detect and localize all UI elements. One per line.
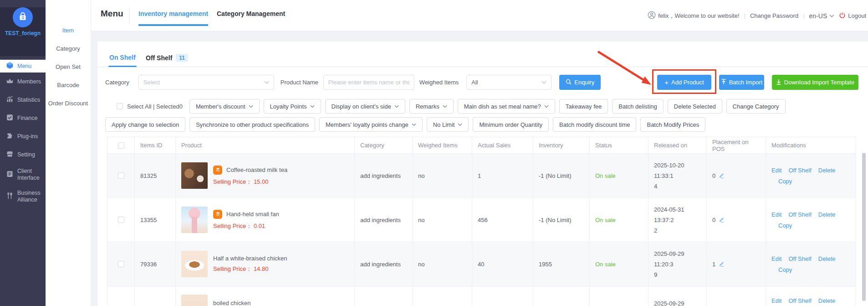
delete-link[interactable]: Delete <box>818 167 836 174</box>
main-dish-set-meal-dropdown[interactable]: Main dish as set meal name? <box>458 99 555 114</box>
product-name-input[interactable]: Please enter items name or the <box>323 75 414 90</box>
vertical-scrollbar[interactable] <box>862 153 866 301</box>
select-all-control[interactable]: Select All | Selected0 <box>117 103 183 110</box>
inventory-cell: -1 (No Limit) <box>533 154 590 197</box>
change-category-button[interactable]: Change Category <box>726 99 786 114</box>
edit-link[interactable]: Edit <box>771 255 781 262</box>
sidebar-item-members[interactable]: Members <box>0 73 46 91</box>
crown-icon <box>6 77 14 86</box>
copy-link[interactable]: Copy <box>778 178 792 185</box>
edit-pencil-icon[interactable] <box>718 171 725 180</box>
sidebar-item-menu[interactable]: Menu <box>0 60 46 73</box>
members-discount-dropdown[interactable]: Member's discount <box>189 99 260 114</box>
subsidebar-item-item[interactable]: Item <box>46 21 91 40</box>
secondary-sidebar: Item Category Open Set Barcode Order Dis… <box>46 0 91 306</box>
loyalty-points-dropdown[interactable]: Loyalty Points <box>264 99 321 114</box>
copy-link[interactable]: Copy <box>778 222 792 229</box>
edit-pencil-icon[interactable] <box>718 216 725 224</box>
tab-inventory-management[interactable]: Inventory management <box>138 10 208 17</box>
modifications-cell: Edit Off Shelf Delete Copy <box>766 154 857 197</box>
subsidebar-item-barcode[interactable]: Barcode <box>46 76 91 94</box>
off-shelf-link[interactable]: Off Shelf <box>788 297 811 304</box>
tab-category-management[interactable]: Category Management <box>217 10 285 17</box>
subsidebar-item-order-discount[interactable]: Order Discount <box>46 94 91 113</box>
col-status: Status <box>590 137 648 153</box>
batch-import-button[interactable]: Batch Import <box>719 75 764 90</box>
plus-icon: + <box>664 79 669 86</box>
display-on-clients-side-dropdown[interactable]: Display on client's side <box>325 99 405 114</box>
subsidebar-item-category[interactable]: Category <box>46 40 91 58</box>
weighed-items-select[interactable]: All <box>466 75 551 90</box>
top-bar: Menu Inventory management Category Manag… <box>91 0 868 31</box>
header-checkbox-cell <box>107 137 135 153</box>
remarks-dropdown[interactable]: Remarks <box>409 99 454 114</box>
tab-off-shelf[interactable]: Off Shelf 11 <box>146 54 188 62</box>
copy-link[interactable]: Copy <box>778 266 792 273</box>
subsidebar-item-open-set[interactable]: Open Set <box>46 58 91 76</box>
chevron-down-icon <box>412 123 416 126</box>
off-shelf-link[interactable]: Off Shelf <box>788 255 811 262</box>
table-row: 79336 Half a white-braised chicken Selli… <box>107 242 856 286</box>
delete-link[interactable]: Delete <box>818 211 836 218</box>
batch-modify-prices-button[interactable]: Batch Modify Prices <box>640 117 705 132</box>
chevron-down-icon <box>541 81 546 84</box>
sidebar-item-finance[interactable]: Finance <box>0 109 46 127</box>
product-name: Hand-held small fan <box>226 211 279 218</box>
sidebar-item-plugins[interactable]: Plug-ins <box>0 127 46 145</box>
edit-link[interactable]: Edit <box>771 211 781 218</box>
takeaway-fee-button[interactable]: Takeaway fee <box>559 99 608 114</box>
minimum-order-quantity-button[interactable]: Minimum order Quantity <box>473 117 549 132</box>
price-label: Selling Price： <box>213 223 252 229</box>
category-select[interactable]: Select <box>138 75 274 90</box>
edit-link[interactable]: Edit <box>771 167 781 174</box>
logout-button[interactable]: Logout <box>839 12 866 20</box>
sales-cell: 1 <box>472 154 533 197</box>
product-name-placeholder: Please enter items name or the <box>328 79 409 86</box>
edit-link[interactable]: Edit <box>771 297 781 304</box>
batch-modify-discount-time-button[interactable]: Batch modify discount time <box>553 117 636 132</box>
off-shelf-link[interactable]: Off Shelf <box>788 167 811 174</box>
app-logo[interactable] <box>13 7 33 27</box>
sidebar-item-client-interface[interactable]: ClientInterface <box>0 164 46 186</box>
bulk-actions-row-2: Apply change to selection Synchronize to… <box>105 117 705 132</box>
apply-change-to-selection-button[interactable]: Apply change to selection <box>105 117 185 132</box>
sidebar-item-business-alliance[interactable]: BusinessAlliance <box>0 186 46 207</box>
off-shelf-link[interactable]: Off Shelf <box>788 211 811 218</box>
row-checkbox[interactable] <box>118 261 124 267</box>
released-cell: 2025-09-29 11:20:39 <box>648 242 707 286</box>
delete-selected-button[interactable]: Delete Selected <box>668 99 722 114</box>
product-image <box>181 162 208 189</box>
locale-selector[interactable]: en-US <box>809 12 835 20</box>
tab-on-shelf[interactable]: On Shelf <box>109 54 136 61</box>
members-loyalty-points-change-dropdown[interactable]: Members' loyalty points change <box>319 117 423 132</box>
price-value: 0.01 <box>254 223 265 229</box>
sidebar-item-label: ClientInterface <box>17 168 40 182</box>
change-password-link[interactable]: Change Password <box>750 12 798 19</box>
delete-link[interactable]: Delete <box>818 297 836 304</box>
synchronize-specifications-button[interactable]: Synchronize to other product specificati… <box>189 117 315 132</box>
row-checkbox[interactable] <box>118 172 124 179</box>
add-product-button[interactable]: + Add Product <box>657 75 711 90</box>
delete-link[interactable]: Delete <box>818 255 836 262</box>
placement-cell <box>707 286 766 306</box>
price-label: Selling Price： <box>213 265 252 272</box>
sidebar-item-setting[interactable]: Setting <box>0 145 46 164</box>
product-table: Items ID Product Category Weighed Items … <box>107 137 856 306</box>
user-menu[interactable]: felix，Welcome to our website! <box>648 11 739 21</box>
row-checkbox[interactable] <box>118 217 124 223</box>
sidebar-item-statistics[interactable]: Statistics <box>0 91 46 109</box>
modifications-cell: Edit Off Shelf Delete Copy <box>766 242 857 286</box>
modifications-cell: Edit Off Shelf Delete <box>766 286 856 306</box>
select-all-checkbox[interactable] <box>117 103 123 109</box>
category-select-placeholder: Select <box>143 79 160 86</box>
product-cell: Coffee-roasted milk tea Selling Price： 1… <box>176 154 355 197</box>
download-import-template-button[interactable]: Download Import Template <box>772 75 858 90</box>
enquiry-button[interactable]: Enquiry <box>559 75 601 90</box>
edit-pencil-icon[interactable] <box>718 260 725 268</box>
no-limit-dropdown[interactable]: No Limit <box>427 117 469 132</box>
shopping-bag-icon <box>17 11 28 24</box>
header-select-checkbox[interactable] <box>118 142 124 149</box>
table-header-row: Items ID Product Category Weighed Items … <box>107 137 856 154</box>
batch-delisting-button[interactable]: Batch delisting <box>612 99 664 114</box>
product-image <box>181 207 208 233</box>
